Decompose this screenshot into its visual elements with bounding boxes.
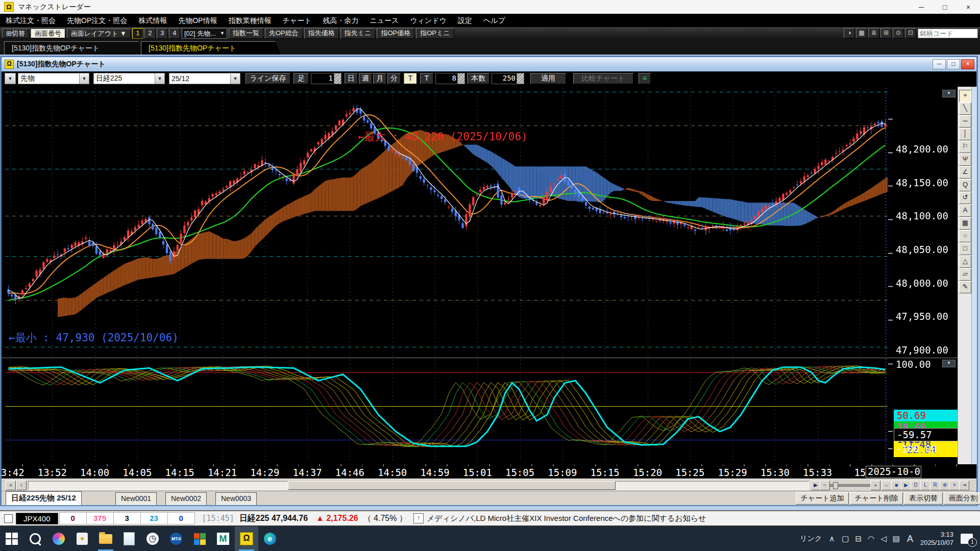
toolbar-button-先OP総合[interactable]: 先OP総合: [265, 28, 303, 39]
toolbar-button-指OP価格[interactable]: 指OP価格: [377, 28, 414, 39]
tick-count-stepper[interactable]: 8: [435, 73, 465, 84]
chart-maximize-button[interactable]: □: [947, 59, 960, 69]
toolbar-button-指先ミニ[interactable]: 指先ミニ: [340, 28, 376, 39]
maximize-button[interactable]: □: [933, 0, 957, 14]
text-tool-icon[interactable]: A: [959, 205, 971, 217]
screen-button-3[interactable]: 3: [157, 28, 168, 39]
chart-tab-4[interactable]: New0003: [215, 492, 257, 505]
taskbar-m-app[interactable]: M: [211, 527, 235, 551]
menu-item-チャート[interactable]: チャート: [277, 14, 317, 27]
spinner-icon[interactable]: [457, 73, 464, 84]
menu-item-株式情報[interactable]: 株式情報: [133, 14, 173, 27]
keyboard-icon[interactable]: ≣: [868, 28, 879, 38]
news-ticker[interactable]: メディシノバ,LD Micro社主催XIX Investor Conferenc…: [427, 514, 706, 523]
cycle-tool-icon[interactable]: ↺: [959, 192, 971, 204]
switch-button[interactable]: ⊞切替: [2, 29, 29, 38]
menu-item-ニュース[interactable]: ニュース: [364, 14, 404, 27]
scroll-left-button-1[interactable]: «: [6, 481, 16, 490]
scroll-control-12[interactable]: ⇥: [959, 481, 969, 490]
toolbar-button-指OPミニ[interactable]: 指OPミニ: [416, 28, 454, 39]
period-button-分[interactable]: 分: [387, 73, 401, 84]
bar-count-stepper[interactable]: 250: [492, 73, 524, 84]
scrollbar-thumb[interactable]: [288, 481, 616, 490]
toolbar-button-指数一覧[interactable]: 指数一覧: [229, 28, 263, 39]
toolbar-button-指先価格[interactable]: 指先価格: [304, 28, 339, 39]
capture-icon[interactable]: ⊡: [905, 28, 916, 38]
symbol-select[interactable]: 日経225▼: [93, 73, 165, 84]
index-name[interactable]: JPX400: [16, 513, 58, 524]
market-depth-icon[interactable]: ≡: [639, 73, 651, 84]
menu-item-設定[interactable]: 設定: [452, 14, 478, 27]
taskbar-office[interactable]: [188, 527, 211, 551]
compare-chart-button[interactable]: 比較チャート: [573, 73, 633, 84]
contract-select[interactable]: 25/12▼: [169, 73, 240, 84]
tray-clock[interactable]: 3:13 2025/10/07: [920, 531, 953, 547]
lock-icon[interactable]: ⊙: [893, 28, 904, 38]
vline-tool-icon[interactable]: │: [959, 128, 971, 140]
spinner-icon[interactable]: [334, 73, 341, 84]
scroll-control-8[interactable]: L: [920, 481, 930, 490]
erase-all-tool-icon[interactable]: ✎: [959, 281, 971, 293]
scroll-control-7[interactable]: D: [911, 481, 921, 490]
battery-icon[interactable]: ⊟: [855, 534, 862, 543]
mini-dropdown[interactable]: ▼: [5, 73, 16, 84]
minimize-button[interactable]: ─: [910, 0, 933, 14]
fan-tool-icon[interactable]: Ψ: [959, 154, 971, 166]
taskbar-clock[interactable]: ◷: [141, 527, 164, 551]
period-button-日[interactable]: 日: [345, 73, 358, 84]
collapse-price-panel-button[interactable]: ▼: [942, 90, 955, 97]
menu-item-先物OP注文・照会[interactable]: 先物OP注文・照会: [61, 14, 133, 27]
horizontal-scrollbar[interactable]: [28, 481, 809, 490]
tray-link-label[interactable]: リンク: [800, 534, 822, 543]
preset-dropdown[interactable]: [02] 先物...▼: [182, 28, 227, 39]
scroll-control-5[interactable]: ■: [891, 481, 901, 490]
menu-item-ウィンドウ[interactable]: ウィンドウ: [404, 14, 452, 27]
footer-button-チャート削除[interactable]: チャート削除: [850, 492, 903, 505]
ime-indicator[interactable]: A: [907, 534, 913, 544]
crosshair-tool-icon[interactable]: +: [959, 90, 971, 102]
scroll-control-4[interactable]: ⇔: [881, 481, 892, 490]
scroll-control-1[interactable]: ▶: [811, 481, 821, 490]
keyboard-icon[interactable]: ▤: [893, 534, 900, 543]
menu-item-残高・余力[interactable]: 残高・余力: [317, 14, 364, 27]
menu-item-ヘルプ[interactable]: ヘルプ: [478, 14, 511, 27]
notification-icon[interactable]: 1: [961, 534, 973, 544]
channel-tool-icon[interactable]: ∠: [959, 166, 971, 179]
screen-button-1[interactable]: 1: [132, 28, 143, 39]
taskbar-notepad[interactable]: [117, 527, 141, 551]
sheet-icon[interactable]: ▦: [856, 28, 867, 38]
pane-split-icon[interactable]: ◑: [844, 28, 855, 38]
grid-tool-icon[interactable]: ▦: [959, 217, 971, 230]
hline-tool-icon[interactable]: ─: [959, 115, 971, 128]
footer-button-チャート追加[interactable]: チャート追加: [796, 492, 849, 505]
taskbar-edge[interactable]: e: [258, 527, 282, 551]
volume-icon[interactable]: ◁: [880, 534, 887, 543]
ellipse-tool-icon[interactable]: ○: [959, 230, 971, 242]
taskbar-app4[interactable]: ✦: [70, 527, 94, 551]
screen-button-2[interactable]: 2: [144, 28, 156, 39]
rect-tool-icon[interactable]: □: [959, 243, 971, 255]
news-up-icon[interactable]: ↑: [413, 513, 424, 523]
chart-tab-3[interactable]: New0002: [165, 492, 207, 505]
period-button-週[interactable]: 週: [359, 73, 372, 84]
scroll-left-button-2[interactable]: ‹: [16, 481, 27, 490]
save-lines-button[interactable]: ライン保存: [246, 73, 290, 84]
chart-tab-1[interactable]: 日経225先物 25/12: [6, 491, 82, 505]
taskbar-copilot[interactable]: [47, 527, 70, 551]
close-button[interactable]: ×: [957, 0, 980, 14]
footer-button-画面分割[interactable]: 画面分割: [944, 492, 980, 505]
bar-interval-stepper[interactable]: 1: [311, 73, 341, 84]
taskbar-mt4[interactable]: MT4: [164, 527, 188, 551]
taskbar-monex[interactable]: Ω: [235, 527, 258, 551]
collapse-indicator-panel-button[interactable]: ▼: [942, 360, 955, 367]
save-icon[interactable]: ⊞: [880, 28, 892, 38]
scroll-control-3[interactable]: ＋: [870, 481, 880, 490]
workspace-tab-2[interactable]: [5130]指数先物OPチャート: [141, 41, 281, 55]
taskbar-start[interactable]: [0, 527, 23, 551]
camera-icon[interactable]: ▢: [842, 534, 849, 543]
scroll-control-9[interactable]: R: [930, 481, 940, 490]
menu-item-株式注文・照会[interactable]: 株式注文・照会: [0, 14, 61, 27]
period-button-月[interactable]: 月: [373, 73, 386, 84]
taskbar-explorer[interactable]: [94, 527, 117, 551]
symbol-code-input[interactable]: [918, 29, 978, 38]
